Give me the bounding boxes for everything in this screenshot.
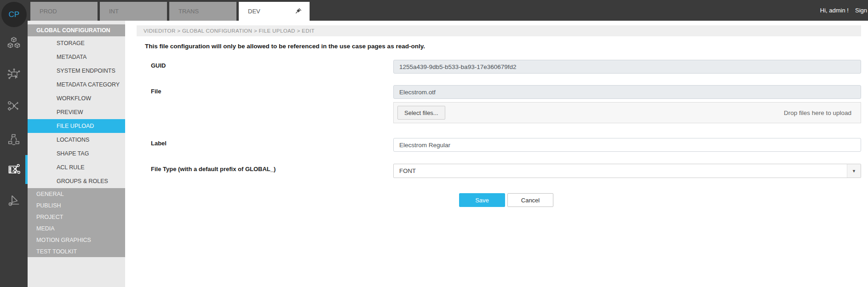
user-greeting: Hi, admin ! — [820, 7, 849, 14]
sidebar-group-test-toolkit[interactable]: TEST TOOLKIT — [28, 246, 125, 257]
tab-prod-label: PROD — [40, 8, 57, 15]
tab-dev-label: DEV — [248, 8, 260, 15]
drop-files-hint: Drop files here to upload — [784, 109, 851, 116]
render-play-icon — [7, 193, 21, 207]
sidebar: GLOBAL CONFIGURATION STORAGE METADATA SY… — [28, 21, 125, 287]
app-window: PROD INT TRANS DEV — [0, 0, 868, 287]
tab-int[interactable]: INT — [100, 2, 167, 21]
environment-tabs: PROD INT TRANS DEV — [30, 2, 310, 21]
tab-trans-label: TRANS — [178, 8, 199, 15]
file-type-label: File Type (with a default prefix of GLOB… — [151, 165, 276, 173]
file-type-selected-value: FONT — [399, 167, 416, 174]
sidebar-groups: GENERAL PUBLISH PROJECT MEDIA MOTION GRA… — [28, 188, 125, 257]
guid-input[interactable] — [393, 60, 861, 74]
sidebar-item-system-endpoints[interactable]: SYSTEM ENDPOINTS — [28, 64, 125, 78]
sidebar-item-storage[interactable]: STORAGE — [28, 36, 125, 50]
rail-item-render[interactable] — [0, 191, 28, 209]
plug-icon — [295, 7, 302, 16]
distribution-cycle-icon — [7, 132, 21, 146]
sidebar-item-file-upload[interactable]: FILE UPLOAD — [28, 119, 125, 133]
sidebar-group-general[interactable]: GENERAL — [28, 188, 125, 200]
video-editor-icon — [7, 162, 21, 176]
label-field-label: Label — [151, 139, 167, 148]
file-name-input[interactable] — [393, 85, 861, 99]
breadcrumb: VIDIEDITOR > GLOBAL CONFIGURATION > FILE… — [137, 25, 861, 36]
guid-label: GUID — [151, 62, 166, 70]
sidebar-item-shape-tag[interactable]: SHAPE TAG — [28, 147, 125, 161]
rail-item-video-editor[interactable] — [0, 160, 28, 178]
sidebar-group-project[interactable]: PROJECT — [28, 211, 125, 223]
main-content: VIDIEDITOR > GLOBAL CONFIGURATION > FILE… — [125, 21, 868, 287]
sidebar-item-workflow[interactable]: WORKFLOW — [28, 92, 125, 105]
sidebar-group-publish[interactable]: PUBLISH — [28, 200, 125, 211]
label-input[interactable] — [393, 138, 861, 152]
user-area: Hi, admin ! Sign — [820, 0, 867, 21]
system-network-icon — [7, 68, 21, 81]
readonly-notice: This file configuration will only be all… — [145, 43, 425, 50]
rail-item-distribution[interactable] — [0, 130, 28, 149]
tab-int-label: INT — [109, 8, 119, 15]
tab-dev[interactable]: DEV — [239, 2, 310, 21]
sidebar-item-acl-rule[interactable]: ACL RULE — [28, 161, 125, 174]
tab-prod[interactable]: PROD — [30, 2, 98, 21]
avatar[interactable]: CP — [1, 2, 27, 27]
sidebar-item-metadata-category[interactable]: METADATA CATEGORY — [28, 78, 125, 92]
file-type-select[interactable]: FONT ▼ — [393, 164, 861, 178]
save-button[interactable]: Save — [459, 193, 505, 207]
sidebar-group-media[interactable]: MEDIA — [28, 223, 125, 234]
select-files-button[interactable]: Select files... — [397, 106, 445, 120]
left-icon-rail: CP — [0, 0, 28, 287]
sidebar-item-preview[interactable]: PREVIEW — [28, 105, 125, 119]
cancel-button[interactable]: Cancel — [507, 193, 553, 207]
sidebar-item-metadata[interactable]: METADATA — [28, 50, 125, 64]
rail-item-assets[interactable] — [0, 34, 28, 52]
assets-cubes-icon — [7, 36, 21, 50]
sidebar-group-motion-graphics[interactable]: MOTION GRAPHICS — [28, 234, 125, 246]
rail-item-workflow[interactable] — [0, 97, 28, 115]
file-dropzone[interactable]: Select files... Drop files here to uploa… — [393, 102, 861, 123]
tab-trans[interactable]: TRANS — [169, 2, 236, 21]
sidebar-header-global-configuration[interactable]: GLOBAL CONFIGURATION — [28, 24, 125, 36]
workflow-shuffle-icon — [7, 99, 21, 113]
sidebar-item-groups-roles[interactable]: GROUPS & ROLES — [28, 174, 125, 188]
file-label: File — [151, 87, 161, 96]
rail-item-system[interactable] — [0, 65, 28, 84]
sign-out-link[interactable]: Sign — [855, 7, 867, 14]
chevron-down-icon[interactable]: ▼ — [847, 164, 861, 178]
sidebar-item-locations[interactable]: LOCATIONS — [28, 133, 125, 147]
top-bar: PROD INT TRANS DEV — [0, 0, 868, 21]
